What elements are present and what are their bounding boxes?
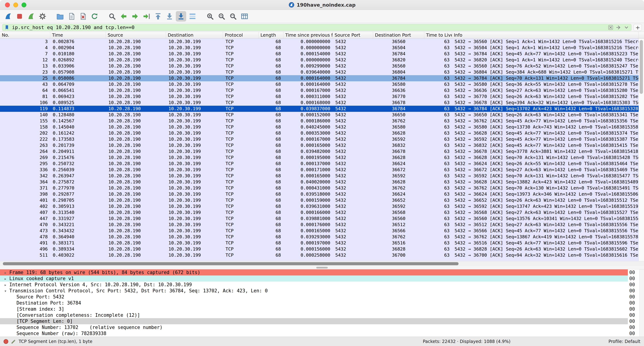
capture-options-button[interactable] xyxy=(37,11,48,22)
packet-row[interactable]: 70.01018010.20.28.19010.20.30.199TCP680.… xyxy=(0,51,638,57)
detail-line[interactable]: [Stream index: 3] xyxy=(0,306,628,312)
reload-file-button[interactable] xyxy=(89,11,100,22)
filter-add-button[interactable]: + xyxy=(634,24,642,31)
packet-row[interactable]: 4960.38933410.20.28.19010.20.30.199TCP68… xyxy=(0,246,638,252)
packet-row[interactable]: 2950.25073210.20.28.19010.20.30.199TCP68… xyxy=(0,161,638,167)
go-forward-button[interactable] xyxy=(130,11,140,22)
packet-row[interactable]: 4910.38317110.20.28.19010.20.30.199TCP68… xyxy=(0,240,638,246)
filter-clear-icon[interactable] xyxy=(608,25,614,31)
packet-row-partial[interactable] xyxy=(0,258,638,261)
go-first-packet-button[interactable] xyxy=(153,11,163,22)
packet-row[interactable]: 430.06470910.20.28.19010.20.30.199TCP680… xyxy=(0,81,638,87)
expert-info-icon[interactable] xyxy=(4,339,8,344)
detail-line[interactable]: ▸Frame 119: 68 bytes on wire (544 bits),… xyxy=(0,269,628,275)
packet-row[interactable]: 4730.34343210.20.28.19010.20.30.199TCP68… xyxy=(0,228,638,234)
hex-byte-line[interactable]: 00 xyxy=(628,330,639,336)
packet-row[interactable]: 4700.34322110.20.28.19010.20.30.199TCP68… xyxy=(0,222,638,228)
packet-row[interactable]: 4780.36494010.20.28.19010.20.30.199TCP68… xyxy=(0,234,638,240)
detail-line[interactable]: ▸Linux cooked capture v1 xyxy=(0,275,628,281)
packet-list-hscrollbar-thumb[interactable] xyxy=(3,262,458,265)
expander-icon[interactable]: ▸ xyxy=(2,270,9,275)
display-filter-field[interactable] xyxy=(2,24,632,31)
expander-icon[interactable]: ▾ xyxy=(2,288,9,294)
column-header-ttl[interactable]: Time to Live xyxy=(424,32,452,39)
auto-scroll-button[interactable] xyxy=(176,11,186,22)
packet-list-vscrollbar-thumb[interactable] xyxy=(640,40,643,94)
hex-byte-line[interactable]: 00 xyxy=(628,281,639,288)
hex-byte-line[interactable]: 00 xyxy=(628,306,639,312)
packet-row[interactable]: 3710.27797010.20.28.19010.20.30.199TCP68… xyxy=(0,185,638,191)
packet-row[interactable]: 40.00290410.20.28.19010.20.30.199TCP680.… xyxy=(0,45,638,51)
filter-bookmark-icon[interactable] xyxy=(4,25,10,31)
column-header-delta[interactable]: Time since previous frame xyxy=(284,32,333,39)
find-packet-button[interactable] xyxy=(107,11,117,22)
details-vscrollbar[interactable] xyxy=(639,269,644,337)
detail-line[interactable]: Sequence Number (raw): 782839338 xyxy=(0,330,628,336)
expander-icon[interactable]: ▸ xyxy=(2,276,9,281)
column-header-proto[interactable]: Protocol xyxy=(223,32,259,39)
go-back-button[interactable] xyxy=(118,11,129,22)
packet-row[interactable]: 250.05808610.20.28.19010.20.30.199TCP680… xyxy=(0,75,638,81)
column-header-dport[interactable]: Destination Port xyxy=(373,32,424,39)
packet-row[interactable]: 2220.17358310.20.28.19010.20.30.199TCP68… xyxy=(0,136,638,142)
zoom-reset-button[interactable] xyxy=(228,11,238,22)
resize-columns-button[interactable] xyxy=(239,11,250,22)
zoom-out-button[interactable] xyxy=(216,11,227,22)
hex-byte-line[interactable]: 00 xyxy=(628,269,639,275)
packet-row[interactable]: 1190.11487310.20.28.19010.20.30.199TCP68… xyxy=(0,106,638,112)
filter-apply-icon[interactable] xyxy=(616,25,622,31)
packet-list-hscrollbar[interactable] xyxy=(0,261,644,266)
packet-row[interactable]: 3640.27587210.20.28.19010.20.30.199TCP68… xyxy=(0,179,638,185)
profile-status[interactable]: Profile: Default xyxy=(608,339,640,344)
packet-row[interactable]: 2630.20173910.20.28.19010.20.30.199TCP68… xyxy=(0,142,638,148)
restart-capture-button[interactable] xyxy=(26,11,36,22)
packet-row[interactable]: 3420.26394710.20.28.19010.20.30.199TCP68… xyxy=(0,173,638,179)
packet-row[interactable]: 5110.40302210.20.28.19010.20.30.199TCP68… xyxy=(0,252,638,258)
stop-capture-button[interactable] xyxy=(14,11,25,22)
packet-row[interactable]: 1060.08952510.20.28.19010.20.30.199TCP68… xyxy=(0,100,638,106)
display-filter-input[interactable] xyxy=(12,25,606,30)
packet-row[interactable]: 1550.14256710.20.28.19010.20.30.199TCP68… xyxy=(0,118,638,124)
zoom-in-button[interactable] xyxy=(205,11,215,22)
packet-row[interactable]: 3980.29287710.20.28.19010.20.30.199TCP68… xyxy=(0,191,638,197)
packet-row[interactable]: 130.03390610.20.28.19010.20.30.199TCP680… xyxy=(0,63,638,69)
column-header-no[interactable]: No. xyxy=(0,32,50,39)
packet-row[interactable]: 3360.25603910.20.28.19010.20.30.199TCP68… xyxy=(0,167,638,173)
column-header-src[interactable]: Source xyxy=(106,32,166,39)
start-capture-button[interactable] xyxy=(3,11,13,22)
packet-row[interactable]: 30.00287610.20.28.19010.20.30.199TCP680.… xyxy=(0,39,638,45)
packet-row[interactable]: 230.05790810.20.28.19010.20.30.199TCP680… xyxy=(0,69,638,75)
minimize-window-button[interactable] xyxy=(13,3,18,7)
packet-row[interactable]: 1580.14504010.20.28.19010.20.30.199TCP68… xyxy=(0,124,638,130)
zoom-window-button[interactable] xyxy=(22,3,26,7)
open-file-button[interactable] xyxy=(55,11,65,22)
column-header-time[interactable]: Time xyxy=(50,32,106,39)
column-header-info[interactable]: Info xyxy=(452,32,638,39)
column-header-sport[interactable]: Source Port xyxy=(333,32,373,39)
detail-line[interactable]: Sequence Number: 13702 (relative sequenc… xyxy=(0,324,628,330)
filter-recent-chevron-icon[interactable] xyxy=(623,25,630,31)
go-to-packet-button[interactable] xyxy=(141,11,152,22)
packet-row[interactable]: 640.06654110.20.28.19010.20.30.199TCP680… xyxy=(0,87,638,94)
detail-line[interactable]: Destination Port: 36784 xyxy=(0,300,628,306)
expander-icon[interactable]: ▸ xyxy=(2,282,9,288)
hex-byte-line[interactable]: 00 xyxy=(628,318,639,324)
hex-byte-line[interactable]: 00 xyxy=(628,312,639,318)
column-header-dst[interactable]: Destination xyxy=(166,32,223,39)
close-window-button[interactable] xyxy=(5,3,10,7)
detail-line[interactable]: [TCP Segment Len: 0] xyxy=(0,318,628,324)
hex-byte-line[interactable]: 00 xyxy=(628,300,639,306)
detail-line[interactable]: Source Port: 5432 xyxy=(0,294,628,300)
column-header-len[interactable]: Length xyxy=(259,32,284,39)
close-file-button[interactable] xyxy=(78,11,88,22)
packet-row[interactable]: 4470.33192710.20.28.19010.20.30.199TCP68… xyxy=(0,216,638,222)
packet-list-vscrollbar[interactable] xyxy=(638,39,644,261)
packet-row[interactable]: 2640.20491110.20.28.19010.20.30.199TCP68… xyxy=(0,148,638,155)
go-last-packet-button[interactable] xyxy=(164,11,175,22)
detail-line[interactable]: ▸Internet Protocol Version 4, Src: 10.20… xyxy=(0,281,628,288)
detail-line[interactable]: [Conversation completeness: Incomplete (… xyxy=(0,312,628,318)
packet-row[interactable]: 2690.21547610.20.28.19010.20.30.199TCP68… xyxy=(0,155,638,161)
packet-row[interactable]: 810.06942310.20.28.19010.20.30.199TCP680… xyxy=(0,94,638,100)
hex-byte-line[interactable]: 00 xyxy=(628,288,639,294)
detail-line[interactable]: ▾Transmission Control Protocol, Src Port… xyxy=(0,288,628,294)
